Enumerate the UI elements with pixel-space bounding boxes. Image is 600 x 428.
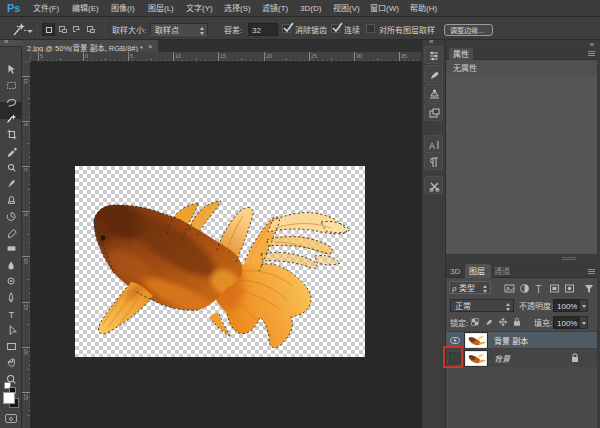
svg-text:A: A	[429, 141, 435, 151]
svg-text:T: T	[536, 284, 542, 295]
svg-text:T: T	[8, 309, 14, 320]
